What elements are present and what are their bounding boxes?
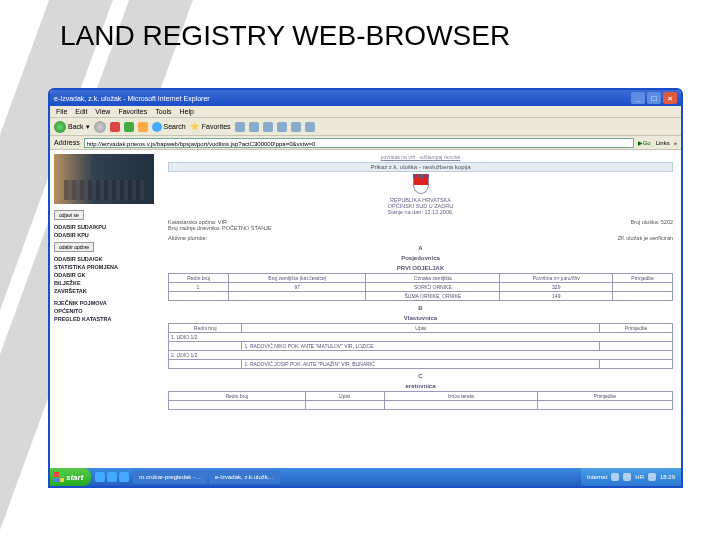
back-button[interactable]: Back ▾ — [54, 121, 90, 133]
favorites-button[interactable]: Favorites — [190, 122, 231, 132]
akt-label: Aktivne plombe: — [168, 235, 207, 241]
table-b: Redni brojUpisiPrimjedbe 1. UDIO 1/2 1. … — [168, 323, 673, 369]
minimize-button[interactable]: _ — [631, 92, 645, 104]
forward-button[interactable] — [94, 121, 106, 133]
logout-button[interactable]: odjavi se — [54, 210, 84, 220]
page-viewport: odjavi se ODABIR SUDA/KPU ODABIR KPU oda… — [50, 150, 681, 486]
broj-label: Broj zadnje dnevnika: POČETNO STANJE — [168, 225, 673, 231]
coat-of-arms — [168, 176, 673, 195]
top-links[interactable]: povratak na vrh · odštampaj rezultat — [168, 154, 673, 160]
sidebar: odjavi se ODABIR SUDA/KPU ODABIR KPU oda… — [50, 150, 160, 486]
back-icon — [54, 121, 66, 133]
windows-icon — [54, 472, 64, 482]
url-input[interactable]: http://eizvadak.pravos.v.js/bapweb/bpsja… — [84, 138, 634, 148]
date-label: Stanje na dan: 12.12.2006. — [168, 209, 673, 215]
menu-file[interactable]: File — [56, 108, 67, 115]
menu-help[interactable]: Help — [180, 108, 194, 115]
start-button[interactable]: start — [50, 468, 91, 486]
table-row: Redni brojUpisiPrimjedbe — [169, 324, 673, 333]
mail-icon[interactable] — [249, 122, 259, 132]
ulozak-label: Broj uloška: 5202 — [631, 219, 674, 225]
star-icon — [190, 122, 200, 132]
table-row: 1. RADOVIĆ NIKO POK. ANTE "MATULOV" VIR,… — [169, 342, 673, 351]
ver-label: ZK uložak je verificiran — [618, 235, 673, 241]
table-c: Redni brojUpisiIznos teretaPrimjedbe — [168, 391, 673, 410]
sidebar-item-9[interactable]: OPĆENITO — [54, 308, 156, 314]
system-tray: Internet HR 18:29 — [581, 468, 681, 486]
shield-icon — [413, 176, 429, 194]
table-row: Redni brojUpisiIznos teretaPrimjedbe — [169, 392, 673, 401]
ql-icon[interactable] — [95, 472, 105, 482]
chevron-right-icon[interactable]: » — [674, 140, 677, 146]
sidebar-item-7[interactable]: ZAVRŠETAK — [54, 288, 156, 294]
table-row: 2. UDIO 1/2 — [169, 351, 673, 360]
close-button[interactable]: × — [663, 92, 677, 104]
sidebar-item-2[interactable]: odabir općine — [54, 242, 94, 252]
messenger-icon[interactable] — [305, 122, 315, 132]
go-button[interactable]: ▶Go — [638, 139, 652, 146]
sidebar-item-6[interactable]: BILJEŽKE — [54, 280, 156, 286]
taskbar: start m.crobar-pregledak -… e-Izvadak, z… — [50, 468, 681, 486]
address-label: Address — [54, 139, 80, 146]
section-c-sub: eretovnica — [168, 383, 673, 389]
ql-icon[interactable] — [107, 472, 117, 482]
sidebar-item-3[interactable]: ODABIR SUDA/GK — [54, 256, 156, 262]
table-row — [169, 401, 673, 410]
section-c: C — [168, 373, 673, 379]
sidebar-item-1[interactable]: ODABIR KPU — [54, 232, 156, 238]
section-a: A — [168, 245, 673, 251]
table-a: Redni brojBroj zemljišta (kat.čestice)Oz… — [168, 273, 673, 301]
maximize-button[interactable]: □ — [647, 92, 661, 104]
table-row: 1.97SORIĆI ORNIKE329 — [169, 283, 673, 292]
tray-icon[interactable] — [611, 473, 619, 481]
refresh-icon[interactable] — [124, 122, 134, 132]
section-b: B — [168, 305, 673, 311]
slide-title: LAND REGISTRY WEB-BROWSER — [60, 20, 510, 52]
search-icon — [152, 122, 162, 132]
address-bar: Address http://eizvadak.pravos.v.js/bapw… — [50, 136, 681, 150]
titlebar[interactable]: e-Izvadak, z.k. uložak - Microsoft Inter… — [50, 90, 681, 106]
sidebar-item-8[interactable]: RJEČNIK POJMOVA — [54, 300, 156, 306]
net-label: Internet — [587, 474, 607, 480]
discuss-icon[interactable] — [291, 122, 301, 132]
search-button[interactable]: Search — [152, 122, 186, 132]
tray-icon[interactable] — [623, 473, 631, 481]
quick-launch — [95, 472, 129, 482]
menu-favorites[interactable]: Favorites — [118, 108, 147, 115]
table-row: 1. UDIO 1/2 — [169, 333, 673, 342]
menu-edit[interactable]: Edit — [75, 108, 87, 115]
tray-icon[interactable] — [648, 473, 656, 481]
table-row: ŠUMA ORNIKE, ORNIKE149 — [169, 292, 673, 301]
menu-tools[interactable]: Tools — [155, 108, 171, 115]
doc-heading: Prikaz z.k. uloška - neslužbena kopija — [168, 162, 673, 172]
sidebar-item-5[interactable]: ODABIR GK — [54, 272, 156, 278]
header-photo — [54, 154, 154, 204]
clock[interactable]: 18:29 — [660, 474, 675, 480]
section-b-sub: Vlastovnica — [168, 315, 673, 321]
table-row: 1. RADOVIĆ JOSIP POK. ANTE "PIJAŽIN" VIR… — [169, 360, 673, 369]
section-a-sub2: PRVI ODJELJAK — [168, 265, 673, 271]
edit-icon[interactable] — [277, 122, 287, 132]
sidebar-item-4[interactable]: STATISTIKA PROMJENA — [54, 264, 156, 270]
home-icon[interactable] — [138, 122, 148, 132]
sidebar-item-10[interactable]: PREGLED KATASTRA — [54, 316, 156, 322]
task-button-1[interactable]: m.crobar-pregledak -… — [133, 470, 207, 484]
links-label[interactable]: Links — [656, 140, 670, 146]
print-icon[interactable] — [263, 122, 273, 132]
browser-window: e-Izvadak, z.k. uložak - Microsoft Inter… — [48, 88, 683, 488]
lang-indicator[interactable]: HR — [635, 474, 644, 480]
toolbar: Back ▾ Search Favorites — [50, 118, 681, 136]
section-a-sub: Posjedovnica — [168, 255, 673, 261]
window-title: e-Izvadak, z.k. uložak - Microsoft Inter… — [54, 95, 629, 102]
task-button-2[interactable]: e-Izvadak, z.k.uložk… — [209, 470, 280, 484]
menu-view[interactable]: View — [95, 108, 110, 115]
menubar: File Edit View Favorites Tools Help — [50, 106, 681, 118]
history-icon[interactable] — [235, 122, 245, 132]
table-row: Redni brojBroj zemljišta (kat.čestice)Oz… — [169, 274, 673, 283]
stop-icon[interactable] — [110, 122, 120, 132]
ql-icon[interactable] — [119, 472, 129, 482]
document-panel: povratak na vrh · odštampaj rezultat Pri… — [160, 150, 681, 486]
sidebar-item-0[interactable]: ODABIR SUDA/KPU — [54, 224, 156, 230]
